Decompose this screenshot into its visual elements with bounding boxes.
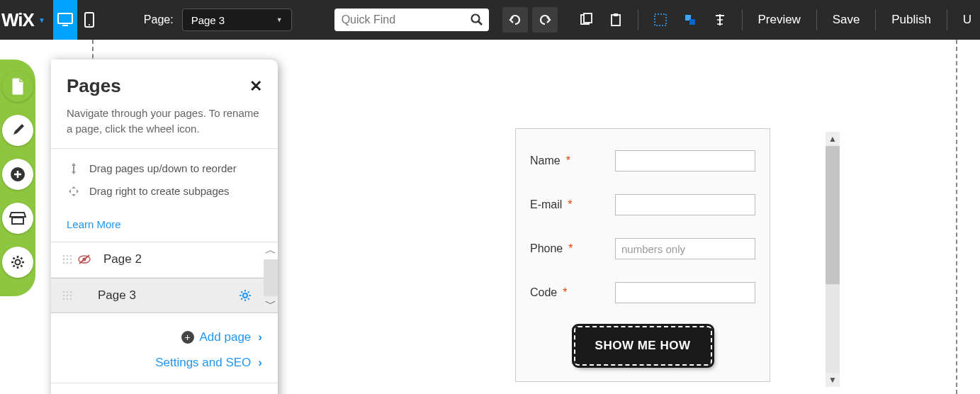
scroll-down-icon[interactable]: ﹀ [264,296,278,313]
design-tool[interactable] [2,115,33,146]
form-row-phone: Phone* [530,238,755,259]
grid-dashed-icon [654,13,667,26]
redo-button[interactable] [532,7,558,33]
snap-icon [684,13,697,26]
scroll-up-icon[interactable]: ▲ [826,132,840,146]
name-input[interactable] [615,150,755,171]
tools-group [646,7,735,33]
scroll-thumb[interactable] [826,146,840,284]
contact-form: Name* E-mail* Phone* Code* SHOW ME HOW [515,128,770,382]
svg-rect-0 [58,13,72,23]
page-selector[interactable]: Page 3 [182,9,292,31]
page-transitions-section[interactable]: Page Transitions ? [51,383,278,395]
svg-point-3 [89,24,90,26]
svg-point-38 [67,298,69,300]
undo-icon [508,14,522,26]
grid-tool[interactable] [648,7,673,33]
panel-header: Pages ✕ [51,72,278,106]
canvas-scrollbar[interactable]: ▲ ▼ [826,132,840,387]
scroll-down-icon[interactable]: ▼ [826,373,840,387]
plus-circle-icon: + [181,331,194,344]
ruler-tool[interactable] [707,7,733,33]
svg-point-33 [70,291,72,293]
drag-handle-icon[interactable] [62,254,72,264]
scroll-track[interactable] [826,146,840,373]
history-group [500,7,560,33]
svg-line-5 [478,21,482,25]
svg-point-20 [67,255,69,257]
svg-point-37 [63,298,65,300]
clipboard-group [571,7,631,33]
undo-button[interactable] [502,7,528,33]
svg-point-32 [67,291,69,293]
panel-actions: + Add page › Settings and SEO › [51,313,278,383]
learn-more-link[interactable]: Learn More [51,211,278,242]
svg-point-4 [471,15,479,23]
preview-button[interactable]: Preview [749,13,809,27]
settings-seo-link[interactable]: Settings and SEO › [67,350,262,376]
desktop-view-button[interactable] [53,0,77,40]
svg-rect-9 [614,13,618,16]
code-label: Code* [530,286,615,299]
hint-subpage: Drag right to create subpages [67,180,262,203]
paste-button[interactable] [603,7,629,33]
store-icon [9,211,26,225]
email-input[interactable] [615,194,755,215]
page-icon [10,77,26,96]
copy-icon [579,13,593,27]
svg-point-25 [63,262,65,264]
ruler-icon [713,13,727,27]
pagelist-scrollbar[interactable]: ︿ ﹀ [264,242,278,313]
drag-handle-icon[interactable] [62,291,72,300]
page-item-page3[interactable]: Page 3 [51,278,278,313]
save-button[interactable]: Save [824,13,869,27]
snap-tool[interactable] [677,7,703,33]
mobile-view-button[interactable] [77,0,101,40]
search-input[interactable] [342,13,486,26]
hidden-icon [78,254,91,264]
svg-point-24 [70,259,72,261]
phone-label: Phone* [530,242,615,255]
code-input[interactable] [615,282,755,303]
logo-text: WiX [1,9,34,31]
svg-point-21 [70,255,72,257]
svg-rect-10 [655,14,666,26]
required-star: * [568,198,572,210]
publish-button[interactable]: Publish [883,13,940,27]
svg-rect-1 [62,25,68,26]
upgrade-button[interactable]: U [954,13,980,27]
page-selected-value: Page 3 [191,14,225,26]
copy-button[interactable] [573,7,599,33]
submit-button[interactable]: SHOW ME HOW [574,326,712,366]
market-tool[interactable] [2,203,33,234]
page-item-page2[interactable]: Page 2 [51,242,278,278]
hint-reorder: Drag pages up/down to reorder [67,157,262,180]
page-settings-icon[interactable] [238,288,252,303]
scroll-up-icon[interactable]: ︿ [264,242,278,259]
pages-tool[interactable] [2,71,33,102]
scroll-track[interactable] [264,259,278,296]
svg-point-40 [243,293,247,298]
toolbar-divider [638,9,638,30]
paste-icon [609,13,623,27]
svg-point-39 [70,298,72,300]
search-icon[interactable] [471,13,483,26]
svg-point-31 [63,291,65,293]
gear-icon [9,254,26,271]
svg-point-34 [63,294,65,296]
toolbar-divider-5 [947,9,947,30]
wix-logo[interactable]: WiX ▼ [0,9,53,31]
add-page-link[interactable]: + Add page › [67,325,262,350]
form-row-code: Code* [530,282,755,303]
settings-tool[interactable] [2,247,33,278]
toolbar-divider-4 [875,9,876,30]
panel-title: Pages [67,75,121,97]
desktop-icon [57,12,74,28]
close-icon[interactable]: ✕ [249,77,262,96]
add-tool[interactable] [2,159,33,190]
page-list: Page 2 Page 3 ︿ ﹀ [51,242,278,313]
required-star: * [563,286,567,298]
page-label: Page: [144,13,174,26]
phone-input[interactable] [615,238,755,259]
page-name: Page 3 [78,288,238,303]
